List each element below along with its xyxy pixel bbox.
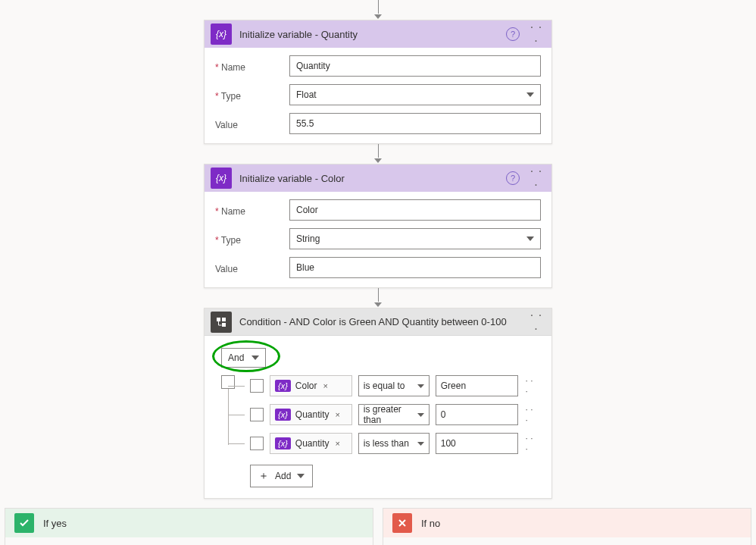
operator-select[interactable]: is equal to bbox=[358, 375, 430, 396]
flow-arrow-icon bbox=[373, 288, 383, 308]
svg-marker-1 bbox=[526, 92, 534, 97]
label-type: Type bbox=[215, 88, 289, 102]
chevron-down-icon bbox=[417, 442, 424, 446]
branch-title: If yes bbox=[43, 518, 67, 529]
condition-row: {x} Quantity × is less than 100 · · · bbox=[250, 433, 539, 454]
branch-body: {ƒ} Compose - Color is Green AND Quantit… bbox=[5, 537, 373, 545]
card-body: Name Color Type String Value Blue bbox=[205, 192, 551, 287]
row-checkbox[interactable] bbox=[250, 408, 264, 421]
row-more-icon[interactable]: · · · bbox=[524, 375, 539, 396]
input-name[interactable]: Color bbox=[289, 199, 541, 221]
remove-token-icon[interactable]: × bbox=[323, 381, 328, 390]
action-card-initialize-color: {x} Initialize variable - Color ? · · · … bbox=[204, 164, 552, 288]
svg-marker-5 bbox=[251, 356, 259, 360]
group-checkbox[interactable] bbox=[221, 375, 235, 389]
card-header[interactable]: Condition - AND Color is Green AND Quant… bbox=[205, 309, 551, 336]
card-title: Condition - AND Color is Green AND Quant… bbox=[239, 316, 520, 327]
svg-marker-8 bbox=[417, 442, 424, 446]
label-value: Value bbox=[215, 117, 289, 130]
variable-icon: {x} bbox=[211, 168, 232, 189]
check-icon bbox=[14, 513, 34, 533]
x-icon bbox=[392, 513, 412, 533]
help-icon[interactable]: ? bbox=[506, 171, 520, 185]
variable-icon: {x} bbox=[211, 23, 232, 45]
plus-icon: ＋ bbox=[258, 469, 269, 483]
more-icon[interactable]: · · · bbox=[527, 20, 545, 48]
card-body: Name Quantity Type Float Value 55.5 bbox=[205, 48, 551, 143]
branch-header[interactable]: If yes bbox=[5, 509, 373, 537]
chevron-down-icon bbox=[526, 236, 534, 241]
action-card-condition: Condition - AND Color is Green AND Quant… bbox=[204, 308, 552, 499]
aggregator-select[interactable]: And bbox=[221, 348, 266, 368]
svg-marker-2 bbox=[374, 158, 382, 163]
label-value: Value bbox=[215, 261, 289, 274]
token-label: Quantity bbox=[295, 409, 330, 420]
svg-marker-0 bbox=[374, 14, 382, 19]
help-icon[interactable]: ? bbox=[506, 27, 520, 41]
tree-line bbox=[228, 389, 229, 445]
more-icon[interactable]: · · · bbox=[527, 164, 545, 192]
select-type[interactable]: String bbox=[289, 228, 541, 249]
token-label: Quantity bbox=[295, 438, 330, 449]
variable-token-icon: {x} bbox=[275, 409, 291, 421]
branch-body: {ƒ} Compose - Color is Green AND Quantit… bbox=[383, 537, 751, 545]
svg-marker-9 bbox=[297, 474, 305, 478]
row-checkbox[interactable] bbox=[250, 437, 264, 450]
operand-field[interactable]: {x} Quantity × bbox=[270, 433, 352, 454]
condition-row: {x} Color × is equal to Green · · · bbox=[250, 375, 539, 396]
svg-marker-3 bbox=[526, 236, 534, 241]
card-title: Initialize variable - Color bbox=[239, 173, 498, 184]
label-name: Name bbox=[215, 203, 289, 217]
card-title: Initialize variable - Quantity bbox=[239, 29, 498, 40]
label-type: Type bbox=[215, 232, 289, 246]
chevron-down-icon bbox=[297, 474, 305, 478]
select-type[interactable]: Float bbox=[289, 84, 541, 105]
variable-token-icon: {x} bbox=[275, 380, 291, 392]
operand-field[interactable]: {x} Quantity × bbox=[270, 404, 352, 425]
branch-header[interactable]: If no bbox=[383, 509, 751, 537]
input-value[interactable]: 55.5 bbox=[289, 113, 541, 134]
row-more-icon[interactable]: · · · bbox=[524, 433, 539, 454]
tree-line bbox=[228, 443, 245, 444]
branch-title: If no bbox=[421, 518, 440, 529]
label-name: Name bbox=[215, 59, 289, 73]
condition-branches: If yes {ƒ} Compose - Color is Green AND … bbox=[0, 508, 756, 545]
card-header[interactable]: {x} Initialize variable - Color ? · · · bbox=[205, 164, 551, 192]
flow-arrow-icon bbox=[373, 0, 383, 20]
condition-group: {x} Color × is equal to Green · · · bbox=[221, 375, 539, 454]
variable-token-icon: {x} bbox=[275, 437, 291, 449]
value-input[interactable]: 100 bbox=[436, 433, 518, 454]
value-input[interactable]: Green bbox=[436, 375, 518, 396]
condition-icon bbox=[211, 312, 232, 333]
add-condition-button[interactable]: ＋ Add bbox=[250, 465, 313, 487]
token-label: Color bbox=[295, 381, 317, 391]
value-input[interactable]: 0 bbox=[436, 404, 518, 425]
branch-no: If no {ƒ} Compose - Color is Green AND Q… bbox=[383, 508, 751, 545]
svg-marker-6 bbox=[417, 384, 424, 388]
row-more-icon[interactable]: · · · bbox=[524, 404, 539, 425]
condition-row: {x} Quantity × is greater than 0 · · · bbox=[250, 404, 539, 425]
tree-line bbox=[228, 415, 245, 415]
row-checkbox[interactable] bbox=[250, 379, 264, 393]
chevron-down-icon bbox=[526, 92, 534, 97]
flow-arrow-icon bbox=[373, 144, 383, 164]
operand-field[interactable]: {x} Color × bbox=[270, 375, 352, 396]
svg-marker-7 bbox=[417, 413, 424, 417]
more-icon[interactable]: · · · bbox=[527, 309, 545, 336]
branch-yes: If yes {ƒ} Compose - Color is Green AND … bbox=[5, 508, 373, 545]
condition-body: And {x} Color × bbox=[205, 336, 551, 498]
chevron-down-icon bbox=[417, 384, 424, 388]
remove-token-icon[interactable]: × bbox=[336, 410, 340, 419]
remove-token-icon[interactable]: × bbox=[336, 439, 340, 448]
tree-line bbox=[228, 386, 245, 387]
action-card-initialize-quantity: {x} Initialize variable - Quantity ? · ·… bbox=[204, 20, 552, 144]
input-name[interactable]: Quantity bbox=[289, 55, 541, 77]
operator-select[interactable]: is greater than bbox=[358, 404, 430, 425]
card-header[interactable]: {x} Initialize variable - Quantity ? · ·… bbox=[205, 20, 551, 48]
svg-marker-4 bbox=[374, 302, 382, 307]
chevron-down-icon bbox=[251, 356, 259, 360]
input-value[interactable]: Blue bbox=[289, 257, 541, 278]
operator-select[interactable]: is less than bbox=[358, 433, 430, 454]
chevron-down-icon bbox=[417, 413, 424, 417]
